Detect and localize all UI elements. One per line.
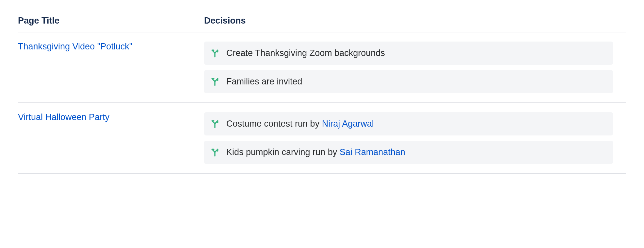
decision-text: Kids pumpkin carving run by Sai Ramanath… [226,147,606,158]
decision-icon [211,148,219,157]
table-row: Virtual Halloween Party [18,103,626,173]
user-mention-link[interactable]: Sai Ramanathan [340,147,405,157]
decision-item: Costume contest run by Niraj Agarwal [204,112,613,135]
header-page-title: Page Title [18,13,204,32]
decision-text: Costume contest run by Niraj Agarwal [226,118,606,130]
decision-text: Families are invited [226,76,606,87]
decision-item: Families are invited [204,70,613,93]
decision-item: Kids pumpkin carving run by Sai Ramanath… [204,141,613,164]
decision-icon [211,49,219,58]
decision-item: Create Thanksgiving Zoom backgrounds [204,42,613,65]
decisions-table: Page Title Decisions Thanksgiving Video … [18,13,626,174]
decision-list: Costume contest run by Niraj Agarwal [204,112,626,164]
page-title-link[interactable]: Virtual Halloween Party [18,112,109,122]
decision-text: Create Thanksgiving Zoom backgrounds [226,47,606,59]
table-row: Thanksgiving Video "Potluck" [18,32,626,103]
decision-list: Create Thanksgiving Zoom backgrounds [204,42,626,93]
header-decisions: Decisions [204,13,626,32]
decision-icon [211,78,219,86]
decision-icon [211,120,219,128]
table-header-row: Page Title Decisions [18,13,626,32]
page-title-link[interactable]: Thanksgiving Video "Potluck" [18,42,132,51]
user-mention-link[interactable]: Niraj Agarwal [322,119,374,129]
